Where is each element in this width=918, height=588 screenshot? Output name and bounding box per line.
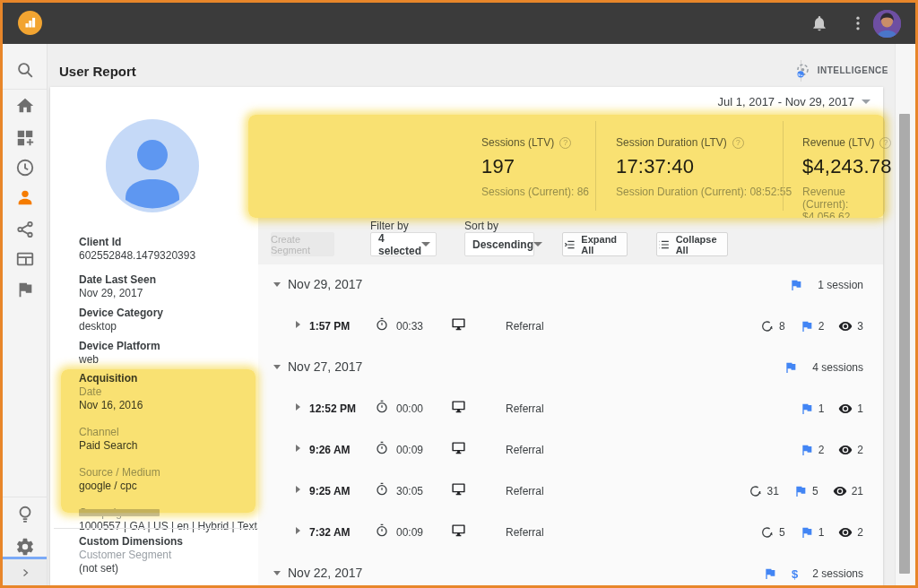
help-icon[interactable]: ? [559, 137, 571, 149]
page-title: User Report [59, 64, 136, 79]
sort-by-dropdown[interactable]: Descending [464, 232, 534, 256]
expand-all-icon [563, 238, 576, 252]
metric-card-session-duration[interactable]: Session Duration (LTV)? 17:37:40 Session… [616, 114, 792, 218]
session-duration: 00:33 [396, 320, 423, 333]
vertical-scrollbar-thumb[interactable] [899, 114, 910, 574]
metric-value: 17:37:40 [616, 155, 792, 178]
expand-row-icon[interactable] [296, 403, 300, 411]
sort-by-label: Sort by [464, 220, 498, 232]
acquisition-icon[interactable] [15, 220, 35, 239]
collapse-group-icon[interactable] [273, 282, 281, 287]
session-channel: Referral [506, 526, 544, 539]
expand-row-icon[interactable] [296, 445, 300, 452]
goal-flag-icon [789, 278, 803, 292]
timer-icon [375, 441, 389, 455]
help-icon[interactable]: ? [732, 137, 744, 149]
collapse-sidebar-icon[interactable] [3, 557, 47, 585]
help-icon[interactable]: ? [879, 137, 891, 149]
session-list: Nov 29, 2017 1 session 1:57 PM 00:33 Ref… [258, 264, 883, 585]
realtime-icon[interactable] [15, 158, 35, 177]
session-channel: Referral [506, 402, 544, 415]
group-date: Nov 27, 2017 [288, 359, 362, 374]
kebab-menu-icon[interactable] [849, 14, 867, 32]
expand-all-label: Expand All [581, 234, 627, 255]
timer-icon [375, 482, 389, 497]
profile-field-client-id: Client Id602552848.1479320393 [79, 236, 195, 263]
filter-by-dropdown[interactable]: 4 selected [370, 232, 437, 256]
pageviews-count: 21 [852, 485, 863, 497]
audience-icon[interactable] [15, 187, 35, 207]
expand-row-icon[interactable] [296, 321, 300, 328]
horizontal-scrollbar[interactable] [79, 509, 160, 516]
session-row[interactable]: 9:25 AM 30:05 Referral 31 5 21 [258, 471, 883, 512]
goal-flag-icon [793, 484, 808, 498]
timer-icon [375, 400, 389, 414]
discover-icon[interactable] [15, 505, 35, 524]
search-icon[interactable] [15, 60, 35, 80]
home-icon[interactable] [15, 96, 35, 116]
session-group-header[interactable]: Nov 27, 2017 4 sessions [258, 347, 883, 388]
profile-field-date-last-seen: Date Last SeenNov 29, 2017 [79, 273, 156, 300]
session-channel: Referral [506, 444, 544, 456]
pageviews-count: 3 [857, 320, 863, 333]
session-duration: 00:09 [396, 444, 423, 456]
metric-card-sessions[interactable]: Sessions (LTV)? 197 Sessions (Current): … [481, 114, 589, 218]
top-app-bar [3, 3, 915, 44]
report-card: Jul 1, 2017 - Nov 29, 2017 Client Id6025… [50, 87, 883, 585]
customization-icon[interactable] [15, 128, 35, 148]
collapse-all-button[interactable]: Collapse All [656, 232, 728, 256]
filter-by-label: Filter by [370, 220, 409, 232]
goal-flag-icon [800, 525, 814, 540]
behavior-icon[interactable] [15, 249, 35, 269]
metric-card-revenue[interactable]: Revenue (LTV)? $4,243.78 Revenue (Curren… [802, 114, 892, 218]
goal-flag-icon [784, 360, 798, 375]
user-avatar[interactable] [873, 10, 901, 38]
events-count: 31 [767, 485, 779, 497]
events-count: 8 [779, 320, 785, 333]
sort-by-value: Descending [472, 238, 533, 251]
transaction-icon: $ [792, 567, 798, 581]
chevron-down-icon [862, 99, 870, 104]
conversions-icon[interactable] [15, 280, 35, 299]
nav-sidebar [3, 44, 48, 585]
session-group-header[interactable]: Nov 22, 2017 $ 2 sessions [258, 553, 883, 585]
intelligence-button[interactable]: 9+ INTELLIGENCE [794, 62, 888, 79]
collapse-group-icon[interactable] [273, 365, 281, 369]
session-group-header[interactable]: Nov 29, 2017 1 session [258, 264, 883, 306]
collapse-group-icon[interactable] [273, 571, 281, 575]
create-segment-button[interactable]: Create Segment [271, 232, 334, 256]
session-time: 1:57 PM [309, 320, 350, 333]
session-row[interactable]: 9:26 AM 00:09 Referral 2 2 [258, 429, 883, 471]
desktop-icon [451, 441, 466, 456]
group-session-count: 2 sessions [812, 567, 863, 580]
filter-by-value: 4 selected [378, 232, 421, 257]
metric-title: Session Duration (LTV) [616, 136, 727, 149]
bell-icon[interactable] [810, 14, 828, 32]
session-row[interactable]: 12:52 PM 00:00 Referral 1 1 [258, 388, 883, 429]
group-session-count: 1 session [818, 279, 863, 291]
desktop-icon [451, 317, 466, 333]
events-icon [749, 484, 763, 498]
session-duration: 00:09 [396, 526, 423, 539]
pageview-eye-icon [838, 402, 853, 416]
date-range-picker[interactable]: Jul 1, 2017 - Nov 29, 2017 [718, 95, 871, 108]
profile-custom-dimensions: Custom Dimensions Customer Segment (not … [79, 535, 183, 575]
goal-flag-icon [763, 566, 777, 581]
session-row[interactable]: 7:32 AM 00:09 Referral 5 1 2 [258, 512, 883, 553]
session-row[interactable]: 1:57 PM 00:33 Referral 8 2 3 [258, 306, 883, 347]
expand-row-icon[interactable] [296, 486, 300, 493]
session-time: 7:32 AM [309, 526, 351, 539]
goals-count: 1 [818, 526, 825, 539]
events-count: 5 [779, 526, 785, 539]
session-time: 9:26 AM [309, 444, 351, 456]
pageviews-count: 1 [857, 402, 863, 415]
chevron-down-icon [533, 242, 542, 246]
metric-cards-row: Sessions (LTV)? 197 Sessions (Current): … [258, 114, 883, 218]
admin-icon[interactable] [15, 537, 35, 557]
timer-icon [375, 317, 389, 332]
chevron-down-icon [421, 242, 430, 246]
intelligence-label: INTELLIGENCE [818, 65, 888, 75]
expand-all-button[interactable]: Expand All [562, 232, 628, 256]
expand-row-icon[interactable] [296, 527, 300, 534]
analytics-logo-icon[interactable] [18, 11, 42, 35]
